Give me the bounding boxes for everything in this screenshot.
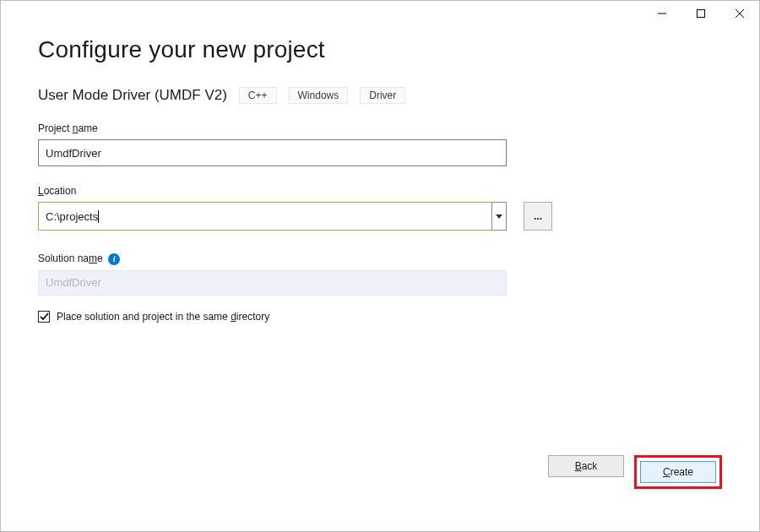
create-button-highlight: Create — [634, 455, 722, 489]
browse-button[interactable]: ... — [524, 202, 552, 231]
close-button[interactable] — [720, 1, 759, 26]
location-dropdown-button[interactable] — [491, 202, 507, 231]
same-directory-label: Place solution and project in the same d… — [57, 311, 269, 323]
location-input[interactable]: C:\projects — [38, 202, 491, 231]
back-button[interactable]: Back — [548, 455, 624, 477]
tag-lang: C++ — [239, 87, 277, 104]
create-button[interactable]: Create — [640, 461, 716, 483]
project-name-label: Project name — [38, 122, 722, 134]
solution-name-input: UmdfDriver — [38, 270, 507, 296]
text-cursor-icon — [98, 210, 99, 223]
svg-marker-4 — [496, 214, 502, 219]
page-title: Configure your new project — [38, 36, 722, 63]
location-label: Location — [38, 185, 722, 197]
info-icon[interactable]: i — [108, 253, 120, 265]
template-name: User Mode Driver (UMDF V2) — [38, 87, 227, 104]
tag-type: Driver — [360, 87, 405, 104]
checkmark-icon — [40, 312, 49, 321]
tag-platform: Windows — [289, 87, 349, 104]
project-name-input[interactable]: UmdfDriver — [38, 139, 507, 166]
chevron-down-icon — [496, 214, 502, 219]
same-directory-checkbox[interactable] — [38, 311, 50, 323]
solution-name-label: Solution name i — [38, 252, 722, 265]
